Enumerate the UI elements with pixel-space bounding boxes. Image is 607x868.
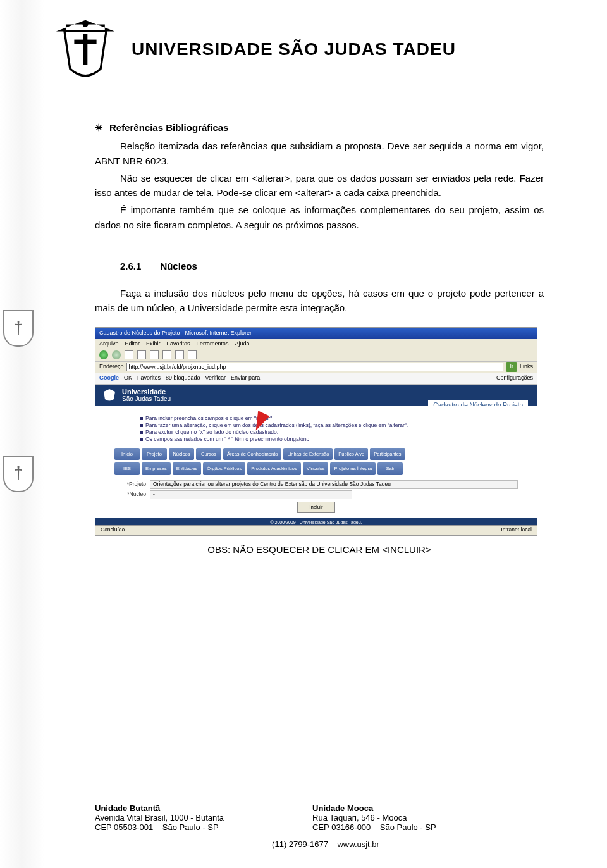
incluir-button[interactable]: Incluir [297, 502, 335, 513]
favorites-icon[interactable] [175, 350, 184, 359]
shield-emblem-icon [3, 456, 41, 506]
stop-icon[interactable] [125, 350, 133, 359]
paragraph: Faça a inclusão dos núcleos pelo menu de… [95, 286, 544, 316]
toolbar-item[interactable]: Favoritos [137, 374, 161, 383]
svg-rect-1 [83, 34, 88, 65]
browser-menu-bar: Arquivo Editar Exibir Favoritos Ferramen… [95, 339, 537, 349]
nav-tab[interactable]: Projeto [142, 448, 167, 461]
nucleo-select[interactable]: - [150, 490, 352, 499]
window-title-text: Cadastro de Núcleos do Projeto - Microso… [99, 329, 252, 338]
footer-contact-line: (11) 2799-1677 – www.usjt.br [95, 840, 556, 849]
subsection-number: 2.6.1 [120, 259, 141, 273]
note-line: Para fazer uma alteração, clique em um d… [145, 422, 408, 428]
nav-tab[interactable]: Início [114, 448, 140, 461]
back-icon[interactable] [99, 350, 108, 359]
toolbar-item[interactable]: Verificar [205, 374, 226, 383]
footer-col-mooca: Unidade Mooca Rua Taquari, 546 - Mooca C… [312, 803, 436, 832]
obs-note: OBS: NÃO ESQUECER DE CLICAR EM <INCLUIR> [95, 542, 544, 557]
footer-line: Avenida Vital Brasil, 1000 - Butantã [95, 813, 224, 822]
footer-line: CEP 03166-000 – São Paulo - SP [312, 822, 436, 832]
status-right: Intranet local [501, 526, 532, 534]
svg-point-3 [83, 22, 89, 27]
browser-toolbar [95, 349, 537, 362]
subsection-title: Núcleos [160, 259, 197, 273]
nav-tab[interactable]: Empresas [142, 462, 171, 475]
svg-rect-2 [74, 40, 96, 44]
nav-tabs-row: Início Projeto Núcleos Cursos Áreas de C… [95, 447, 537, 462]
toolbar-item[interactable]: 89 bloqueado [166, 374, 200, 383]
page-footer: Unidade Butantã Avenida Vital Brasil, 10… [95, 803, 556, 849]
menu-item[interactable]: Exibir [146, 340, 161, 348]
footer-col-title: Unidade Mooca [312, 803, 373, 813]
nav-tab[interactable]: Público Alvo [334, 448, 368, 461]
instruction-notes: Para incluir preencha os campos e clique… [95, 406, 537, 447]
nav-tab[interactable]: Entidades [173, 462, 201, 475]
toolbar-item[interactable]: OK [124, 374, 132, 383]
menu-item[interactable]: Ferramentas [197, 340, 229, 348]
google-label: Google [99, 374, 119, 383]
footer-line: Rua Taquari, 546 - Mooca [312, 813, 407, 822]
nav-tab[interactable]: Órgãos Públicos [203, 462, 245, 475]
site-header-bar: Universidade São Judas Tadeu Cadastro de… [95, 385, 537, 406]
paragraph: Não se esquecer de clicar em <alterar>, … [95, 171, 544, 201]
projeto-field: Orientações para criar ou alterar projet… [150, 480, 518, 489]
shield-emblem-icon [3, 310, 41, 361]
nav-tab[interactable]: IES [114, 462, 140, 475]
toolbar-item[interactable]: Configurações [496, 374, 533, 383]
bullet-icon: ✳ [95, 120, 103, 135]
section-heading: ✳ Referências Bibliográficas [95, 120, 544, 135]
menu-item[interactable]: Favoritos [167, 340, 190, 348]
page-header: UNIVERSIDADE SÃO JUDAS TADEU [51, 11, 588, 87]
page-title: UNIVERSIDADE SÃO JUDAS TADEU [132, 39, 456, 59]
status-left: Concluído [101, 526, 125, 534]
google-toolbar: Google OK Favoritos 89 bloqueado Verific… [95, 373, 537, 385]
nav-tab[interactable]: Participantes [370, 448, 405, 461]
menu-item[interactable]: Editar [125, 340, 140, 348]
address-label: Endereço [99, 363, 124, 371]
menu-item[interactable]: Arquivo [99, 340, 119, 348]
address-bar-row: Endereço Ir Links [95, 362, 537, 373]
field-label: *Projeto [114, 480, 146, 488]
left-ornament-band [0, 0, 44, 868]
nav-tab[interactable]: Projeto na Íntegra [330, 462, 376, 475]
embedded-screenshot: Cadastro de Núcleos do Projeto - Microso… [95, 327, 537, 536]
address-input[interactable] [126, 363, 504, 371]
university-shield-icon [102, 388, 117, 403]
nav-tab[interactable]: Áreas de Conhecimento [223, 448, 281, 461]
form-area: *Projeto Orientações para criar ou alter… [95, 476, 537, 518]
go-button[interactable]: Ir [506, 362, 517, 372]
field-label: *Nucleo [114, 490, 146, 499]
nav-tab[interactable]: Vínculos [303, 462, 329, 475]
footer-line: CEP 05503-001 – São Paulo - SP [95, 822, 219, 832]
menu-item[interactable]: Ajuda [235, 340, 250, 348]
nav-tab[interactable]: Cursos [196, 448, 221, 461]
subsection-heading: 2.6.1 Núcleos [95, 259, 544, 273]
history-icon[interactable] [188, 350, 197, 359]
home-icon[interactable] [150, 350, 159, 359]
browser-status-bar: Concluído Intranet local [95, 525, 537, 535]
footer-col-butanta: Unidade Butantã Avenida Vital Brasil, 10… [95, 803, 224, 832]
forward-icon[interactable] [112, 350, 121, 359]
site-header-label: Universidade São Judas Tadeu [122, 388, 171, 402]
nav-tab[interactable]: Núcleos [169, 448, 194, 461]
paragraph: Relação itemizada das referências que su… [95, 139, 544, 168]
university-logo-icon [51, 15, 120, 84]
toolbar-item[interactable]: Enviar para [231, 374, 260, 383]
section-heading-label: Referências Bibliográficas [109, 120, 228, 135]
footer-col-title: Unidade Butantã [95, 803, 160, 813]
refresh-icon[interactable] [137, 350, 146, 359]
links-label: Links [520, 363, 533, 371]
document-body: ✳ Referências Bibliográficas Relação ite… [95, 120, 544, 557]
search-icon[interactable] [162, 350, 171, 359]
paragraph: É importante também que se coloque as in… [95, 202, 544, 232]
nav-tabs-row: IES Empresas Entidades Órgãos Públicos P… [95, 461, 537, 476]
nav-tab[interactable]: Sair [377, 462, 403, 475]
nav-tab[interactable]: Linhas de Extensão [283, 448, 333, 461]
note-line: Os campos assinalados com um " * " têm o… [145, 436, 311, 442]
nav-tab[interactable]: Produtos Acadêmicos [247, 462, 301, 475]
window-titlebar: Cadastro de Núcleos do Projeto - Microso… [95, 328, 537, 339]
